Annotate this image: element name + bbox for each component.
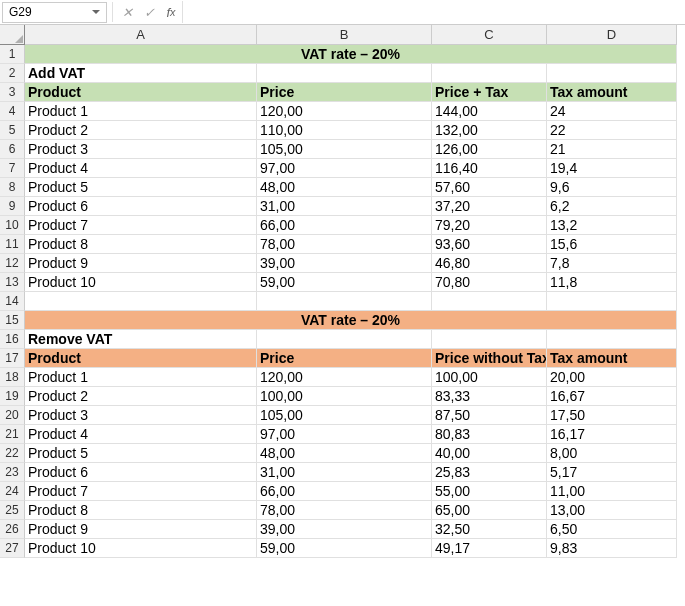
cell[interactable]: 16,67	[547, 387, 677, 406]
row-header[interactable]: 3	[0, 83, 25, 102]
cell[interactable]: Remove VAT	[25, 330, 257, 349]
cell[interactable]	[257, 292, 432, 311]
formula-input[interactable]	[182, 1, 685, 23]
cell[interactable]: 5,17	[547, 463, 677, 482]
cell[interactable]: Product	[25, 349, 257, 368]
cell[interactable]: Product 8	[25, 501, 257, 520]
cell[interactable]: Product 7	[25, 482, 257, 501]
cell[interactable]: 22	[547, 121, 677, 140]
cell[interactable]	[257, 64, 432, 83]
cell[interactable]: 24	[547, 102, 677, 121]
chevron-down-icon[interactable]	[92, 10, 100, 14]
cell[interactable]: 6,50	[547, 520, 677, 539]
cell[interactable]: 48,00	[257, 178, 432, 197]
cell[interactable]: Product 1	[25, 368, 257, 387]
cell[interactable]: 105,00	[257, 406, 432, 425]
row-header[interactable]: 16	[0, 330, 25, 349]
cell[interactable]	[432, 64, 547, 83]
column-header[interactable]: A	[25, 25, 257, 45]
select-all-corner[interactable]	[0, 25, 25, 45]
cell[interactable]: 100,00	[257, 387, 432, 406]
cell[interactable]: 120,00	[257, 102, 432, 121]
cell[interactable]: 9,6	[547, 178, 677, 197]
cell[interactable]: 11,00	[547, 482, 677, 501]
cell[interactable]: Product 4	[25, 159, 257, 178]
cell[interactable]: Tax amount	[547, 83, 677, 102]
cell[interactable]: 80,83	[432, 425, 547, 444]
cell[interactable]: Price	[257, 349, 432, 368]
cell[interactable]: 55,00	[432, 482, 547, 501]
cell[interactable]	[547, 292, 677, 311]
cell[interactable]: 59,00	[257, 273, 432, 292]
cell[interactable]: 40,00	[432, 444, 547, 463]
cell[interactable]: Product 5	[25, 444, 257, 463]
row-header[interactable]: 12	[0, 254, 25, 273]
cell[interactable]: Product	[25, 83, 257, 102]
cell[interactable]: 21	[547, 140, 677, 159]
cell[interactable]: 25,83	[432, 463, 547, 482]
row-header[interactable]: 13	[0, 273, 25, 292]
cell[interactable]: Price + Tax	[432, 83, 547, 102]
row-header[interactable]: 14	[0, 292, 25, 311]
cell[interactable]: Product 2	[25, 121, 257, 140]
cell[interactable]: Product 10	[25, 539, 257, 558]
row-header[interactable]: 15	[0, 311, 25, 330]
row-header[interactable]: 4	[0, 102, 25, 121]
cell[interactable]: 15,6	[547, 235, 677, 254]
cell[interactable]: 144,00	[432, 102, 547, 121]
row-header[interactable]: 25	[0, 501, 25, 520]
cell[interactable]	[432, 292, 547, 311]
cell[interactable]: 110,00	[257, 121, 432, 140]
cell[interactable]: 46,80	[432, 254, 547, 273]
cell[interactable]: 100,00	[432, 368, 547, 387]
cell[interactable]: 6,2	[547, 197, 677, 216]
cell[interactable]: 87,50	[432, 406, 547, 425]
cell[interactable]: Product 4	[25, 425, 257, 444]
row-header[interactable]: 2	[0, 64, 25, 83]
cell[interactable]: 65,00	[432, 501, 547, 520]
cell[interactable]: Product 2	[25, 387, 257, 406]
cell[interactable]: Add VAT	[25, 64, 257, 83]
cell[interactable]: 17,50	[547, 406, 677, 425]
spreadsheet-grid[interactable]: ABCD1VAT rate – 20%2Add VAT3ProductPrice…	[0, 25, 685, 558]
cell[interactable]: 120,00	[257, 368, 432, 387]
column-header[interactable]: D	[547, 25, 677, 45]
row-header[interactable]: 10	[0, 216, 25, 235]
cell[interactable]: 70,80	[432, 273, 547, 292]
cell[interactable]: Product 3	[25, 406, 257, 425]
cell[interactable]: 49,17	[432, 539, 547, 558]
cell[interactable]: 78,00	[257, 235, 432, 254]
cell[interactable]: Price without Tax	[432, 349, 547, 368]
row-header[interactable]: 5	[0, 121, 25, 140]
cell[interactable]: 11,8	[547, 273, 677, 292]
cell[interactable]: 31,00	[257, 197, 432, 216]
row-header[interactable]: 9	[0, 197, 25, 216]
cell[interactable]: 48,00	[257, 444, 432, 463]
cell[interactable]: Product 8	[25, 235, 257, 254]
cell[interactable]: 116,40	[432, 159, 547, 178]
row-header[interactable]: 1	[0, 45, 25, 64]
column-header[interactable]: C	[432, 25, 547, 45]
cell[interactable]: 78,00	[257, 501, 432, 520]
row-header[interactable]: 26	[0, 520, 25, 539]
cell[interactable]: 83,33	[432, 387, 547, 406]
cell[interactable]: 126,00	[432, 140, 547, 159]
cell[interactable]: 66,00	[257, 482, 432, 501]
cell[interactable]: 13,00	[547, 501, 677, 520]
fx-icon[interactable]: fx	[160, 1, 182, 23]
row-header[interactable]: 20	[0, 406, 25, 425]
row-header[interactable]: 18	[0, 368, 25, 387]
cell[interactable]: 59,00	[257, 539, 432, 558]
cell[interactable]: 66,00	[257, 216, 432, 235]
cell[interactable]: 93,60	[432, 235, 547, 254]
cell[interactable]: 97,00	[257, 425, 432, 444]
cell[interactable]: Product 5	[25, 178, 257, 197]
cell[interactable]: Product 1	[25, 102, 257, 121]
cell[interactable]: 20,00	[547, 368, 677, 387]
cell[interactable]: 31,00	[257, 463, 432, 482]
cell[interactable]: Product 10	[25, 273, 257, 292]
cell[interactable]: Product 6	[25, 463, 257, 482]
cell[interactable]: 32,50	[432, 520, 547, 539]
name-box[interactable]: G29	[2, 2, 107, 23]
cell[interactable]	[25, 292, 257, 311]
